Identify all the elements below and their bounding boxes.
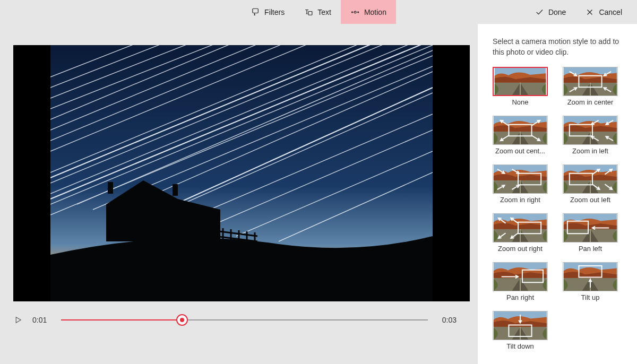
svg-rect-113 <box>579 266 601 278</box>
svg-rect-92 <box>518 222 541 234</box>
motion-thumb-tilt-down <box>493 311 548 340</box>
filters-tab[interactable]: Filters <box>241 0 294 24</box>
motion-option-pan-left[interactable]: Pan left <box>563 213 618 257</box>
motion-label-zoom-out-left: Zoom out left <box>563 196 618 204</box>
svg-rect-74 <box>518 174 541 185</box>
total-time: 0:03 <box>437 316 457 324</box>
motion-overlay-icon <box>563 116 617 145</box>
motion-label-zoom-in-left: Zoom in left <box>563 147 618 155</box>
motion-thumb-zoom-in-right <box>493 164 548 194</box>
motion-icon <box>350 7 360 17</box>
motion-label-zoom-in-center: Zoom in center <box>563 98 618 106</box>
motion-label-zoom-in-right: Zoom in right <box>493 196 548 204</box>
done-button-label: Done <box>548 8 566 16</box>
motion-label-pan-right: Pan right <box>493 293 548 301</box>
motion-overlay-icon <box>563 263 617 291</box>
svg-rect-107 <box>522 270 543 283</box>
play-button[interactable] <box>13 315 23 325</box>
motion-option-none[interactable]: None <box>493 67 548 110</box>
motion-thumb-zoom-in-center <box>563 67 618 96</box>
svg-point-2 <box>354 11 356 13</box>
motion-thumb-zoom-in-left <box>563 116 618 145</box>
motion-overlay-icon <box>493 165 547 194</box>
seek-track-fill <box>61 319 182 320</box>
editor-body: 0:01 0:03 Select a camera motion style t… <box>0 24 637 364</box>
motion-overlay-icon <box>493 311 547 340</box>
seek-thumb[interactable] <box>176 314 188 326</box>
motion-thumb-tilt-up <box>563 262 618 291</box>
done-button[interactable]: Done <box>525 0 575 24</box>
motion-overlay-icon <box>493 116 547 145</box>
motion-label-tilt-down: Tilt down <box>493 342 548 350</box>
motion-option-tilt-down[interactable]: Tilt down <box>493 311 548 354</box>
toolbar-center-group: Filters Text Motion <box>241 0 396 24</box>
motion-tab[interactable]: Motion <box>341 0 396 24</box>
svg-rect-31 <box>173 184 178 196</box>
motion-option-zoom-in-right[interactable]: Zoom in right <box>493 164 548 208</box>
motion-sidebar: Select a camera motion style to add to t… <box>478 24 637 364</box>
video-editor-motion-panel: Filters Text Motion Done <box>0 0 637 364</box>
playback-controls: 0:01 0:03 <box>13 301 470 339</box>
top-toolbar: Filters Text Motion Done <box>0 0 637 24</box>
motion-overlay-icon <box>563 165 617 194</box>
text-tab-label: Text <box>317 8 331 16</box>
sidebar-title: Select a camera motion style to add to t… <box>493 37 629 57</box>
cancel-button[interactable]: Cancel <box>575 0 632 24</box>
svg-rect-30 <box>108 182 113 194</box>
svg-rect-119 <box>509 325 531 337</box>
filters-icon <box>251 7 260 17</box>
motion-thumb-none <box>493 67 548 96</box>
svg-rect-47 <box>579 76 601 88</box>
motion-option-pan-right[interactable]: Pan right <box>493 262 548 306</box>
motion-thumb-zoom-out-left <box>563 164 618 194</box>
motion-thumb-zoom-out-center <box>493 116 548 145</box>
svg-rect-56 <box>509 125 531 136</box>
motion-overlay-icon <box>493 214 547 242</box>
motion-tab-label: Motion <box>364 8 386 16</box>
motion-label-zoom-out-center: Zoom out cent... <box>493 147 548 155</box>
motion-thumb-pan-left <box>563 213 618 242</box>
motion-label-pan-left: Pan left <box>563 245 618 253</box>
motion-option-zoom-in-left[interactable]: Zoom in left <box>563 116 618 159</box>
motion-overlay-icon <box>494 68 547 96</box>
text-icon <box>304 7 313 17</box>
filters-tab-label: Filters <box>264 8 285 16</box>
motion-option-zoom-out-center[interactable]: Zoom out cent... <box>493 116 548 159</box>
toolbar-right-group: Done Cancel <box>525 0 632 24</box>
preview-column: 0:01 0:03 <box>0 24 478 364</box>
current-time: 0:01 <box>32 316 51 324</box>
motion-thumb-zoom-out-right <box>493 213 548 242</box>
svg-rect-0 <box>253 8 259 13</box>
svg-rect-101 <box>567 221 588 234</box>
motion-option-zoom-in-center[interactable]: Zoom in center <box>563 67 618 110</box>
motion-thumb-pan-right <box>493 262 548 291</box>
check-icon <box>535 7 544 17</box>
motion-options-grid: None Zoom in center Zoom out cent... <box>493 67 629 354</box>
motion-option-zoom-out-left[interactable]: Zoom out left <box>563 164 618 208</box>
seek-slider[interactable] <box>61 315 428 325</box>
motion-overlay-icon <box>493 263 547 291</box>
motion-overlay-icon <box>563 214 617 242</box>
svg-rect-65 <box>570 125 592 136</box>
svg-rect-83 <box>570 174 592 185</box>
motion-label-none: None <box>493 98 548 106</box>
video-preview[interactable] <box>13 45 470 301</box>
preview-image <box>13 45 470 301</box>
motion-option-zoom-out-right[interactable]: Zoom out right <box>493 213 548 257</box>
svg-rect-1 <box>308 11 312 15</box>
motion-label-tilt-up: Tilt up <box>563 293 618 301</box>
motion-overlay-icon <box>563 67 617 96</box>
motion-label-zoom-out-right: Zoom out right <box>493 245 548 253</box>
text-tab[interactable]: Text <box>294 0 341 24</box>
close-icon <box>585 7 595 17</box>
motion-option-tilt-up[interactable]: Tilt up <box>563 262 618 306</box>
cancel-button-label: Cancel <box>599 8 622 16</box>
